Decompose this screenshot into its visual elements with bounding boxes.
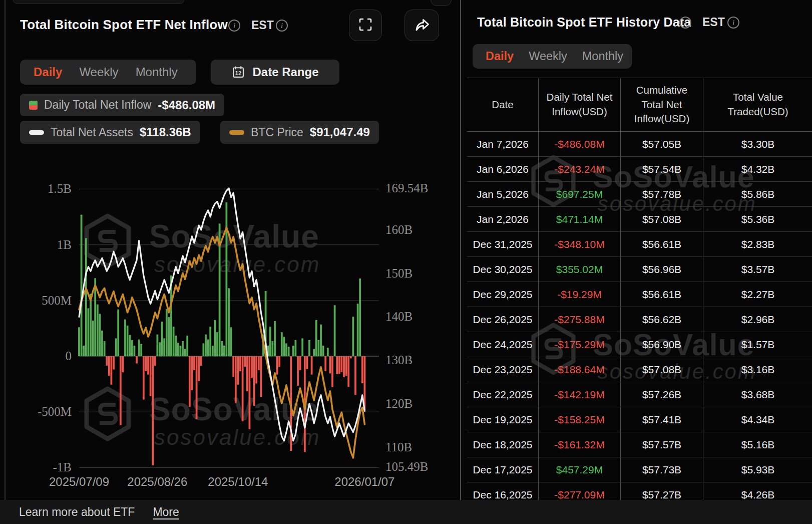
y-axis-left-tick: -1B <box>0 460 72 474</box>
x-axis-tick: 2025/10/14 <box>208 475 268 489</box>
x-axis-tick: 2025/07/09 <box>49 475 109 489</box>
y-axis-right-tick: 130B <box>385 353 413 367</box>
x-axis-tick: 2025/08/26 <box>127 475 187 489</box>
y-axis-left-tick: 1.5B <box>0 182 72 196</box>
y-axis-left-tick: -500M <box>0 405 72 419</box>
y-axis-right-tick: 105.49B <box>385 460 428 474</box>
y-axis-right-tick: 150B <box>385 267 413 281</box>
net-inflow-panel: Total Bitcoin Spot ETF Net Inflow i EST … <box>0 0 812 524</box>
y-axis-right-tick: 110B <box>385 440 412 454</box>
chart-axis-labels: 1.5B1B500M0-500M-1B169.54B160B150B140B13… <box>0 0 812 524</box>
y-axis-right-tick: 160B <box>385 223 413 237</box>
y-axis-left-tick: 500M <box>0 294 72 308</box>
y-axis-right-tick: 120B <box>385 397 413 411</box>
footer-bar: Learn more about ETF More <box>0 500 812 524</box>
footer-text: Learn more about ETF <box>19 505 135 519</box>
dashboard: Total Bitcoin Spot ETF Net Inflow i EST … <box>0 0 812 524</box>
y-axis-right-tick: 169.54B <box>385 181 428 195</box>
x-axis-tick: 2026/01/07 <box>334 475 394 489</box>
footer-more-link[interactable]: More <box>153 505 179 519</box>
y-axis-left-tick: 1B <box>0 238 72 252</box>
y-axis-right-tick: 140B <box>385 310 413 324</box>
y-axis-left-tick: 0 <box>0 349 72 363</box>
